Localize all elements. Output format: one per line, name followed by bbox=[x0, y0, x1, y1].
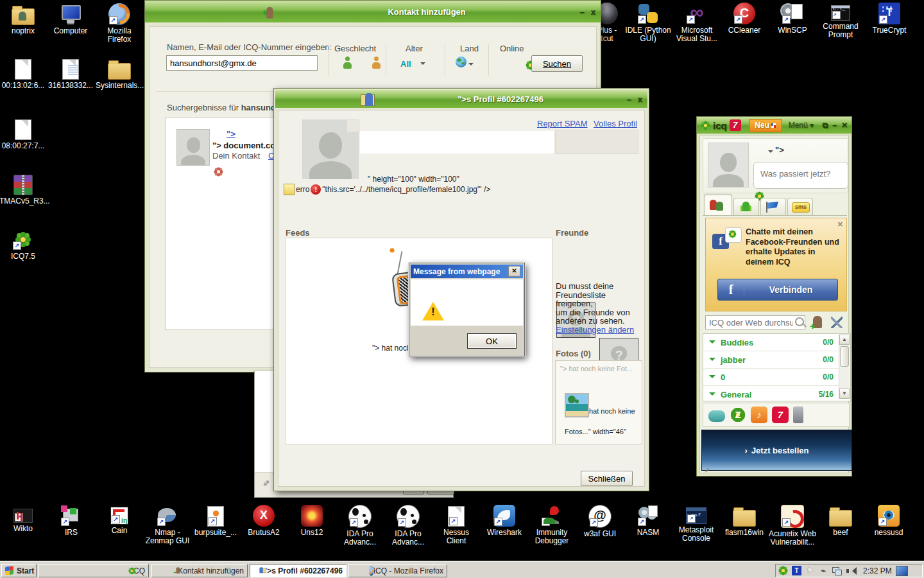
desktop-icon-computer[interactable]: Computer bbox=[47, 3, 94, 35]
tools-icon[interactable] bbox=[831, 317, 843, 328]
group-expand-icon[interactable] bbox=[709, 392, 715, 399]
desktop-icon-nessusd[interactable]: ↗nessusd bbox=[865, 505, 912, 537]
status-input[interactable] bbox=[759, 168, 846, 179]
scroll-thumb[interactable] bbox=[840, 346, 849, 367]
search-button[interactable]: Suchen bbox=[531, 55, 583, 72]
volume-icon[interactable] bbox=[846, 566, 855, 575]
profile-titlebar[interactable]: ">s Profil #602267496 –x bbox=[275, 90, 647, 108]
desktop-icon-ccleaner[interactable]: C↗CCleaner bbox=[721, 3, 768, 35]
desktop-icon-icq7-5[interactable]: ↗ICQ7.5 bbox=[0, 229, 47, 261]
task-button-s-profil-602267496[interactable]: ">s Profil #602267496 bbox=[250, 564, 346, 577]
female-icon[interactable] bbox=[372, 57, 381, 69]
desktop-icon-nasm[interactable]: ↗NASM bbox=[624, 505, 672, 537]
prosieben-icon[interactable]: 7 bbox=[772, 407, 789, 423]
scroll-down-icon[interactable]: ▼ bbox=[839, 389, 850, 399]
desktop-icon-irs[interactable]: ↗IRS bbox=[47, 505, 95, 537]
desktop-icon-nessus-client[interactable]: ↗Nessus Client bbox=[432, 505, 480, 545]
desktop-icon-00-13-02-6[interactable]: 00:13:02:6... bbox=[0, 58, 47, 90]
icq-titlebar[interactable]: icq 7 Neu Menü ▾ ⧉ – ✕ bbox=[697, 117, 851, 134]
contact-search-input[interactable] bbox=[166, 55, 318, 71]
desktop-icon-idle-python-gui[interactable]: ↗IDLE (Python GUI) bbox=[624, 3, 672, 43]
desktop-icon-w3af-gui[interactable]: @↗w3af GUI bbox=[576, 505, 624, 538]
restore-button[interactable]: ⧉ bbox=[823, 121, 828, 130]
desktop-icon-mozilla-firefox[interactable]: ↗Mozilla Firefox bbox=[96, 3, 143, 44]
buddy-scrollbar[interactable]: ▲ ▼ bbox=[839, 335, 850, 399]
age-select[interactable]: All bbox=[400, 59, 425, 69]
dialog-close-icon[interactable]: ✕ bbox=[508, 266, 520, 277]
flag-icon[interactable]: ⚑ bbox=[805, 566, 815, 575]
zlango-icon[interactable]: Z bbox=[730, 407, 746, 423]
desktop-icon-winscp[interactable]: ↗WinSCP bbox=[769, 3, 816, 35]
order-banner[interactable]: › Jetzt bestellen bbox=[701, 430, 852, 471]
full-profile-link[interactable]: Volles Profil bbox=[594, 119, 637, 128]
task-button-kontakt-hinzuf-gen[interactable]: Kontakt hinzufügen bbox=[151, 564, 248, 577]
photo-thumbnail[interactable] bbox=[565, 393, 589, 417]
desktop-icon-cain[interactable]: ↗Cain bbox=[96, 505, 143, 535]
desktop-icon-tmacv5-r3[interactable]: TMACv5_R3... bbox=[0, 173, 47, 206]
group-expand-icon[interactable] bbox=[709, 375, 715, 381]
close-button[interactable]: x bbox=[591, 8, 595, 16]
music-icon[interactable]: ♪ bbox=[751, 407, 767, 423]
desktop-icon-nmap-zenmap-gui[interactable]: ↗Nmap - Zenmap GUI bbox=[144, 505, 191, 545]
facebook-connect-button[interactable]: f Verbinden bbox=[717, 279, 838, 301]
desktop-icon-truecrypt[interactable]: T↗TrueCrypt bbox=[866, 3, 913, 35]
desktop-icon-microsoft-visual-stu[interactable]: ∞↗Microsoft Visual Stu... bbox=[673, 3, 721, 43]
buddy-group-jabber[interactable]: jabber0/0 bbox=[703, 351, 850, 369]
desktop-icon-uns12[interactable]: Uns12 bbox=[288, 505, 336, 537]
desktop-icon-wikto[interactable]: ↗Wikto bbox=[0, 505, 47, 533]
show-desktop-icon[interactable] bbox=[896, 566, 908, 576]
close-profile-button[interactable]: Schließen bbox=[581, 471, 633, 486]
task-button-icq-mozilla-firefox[interactable]: ICQ - Mozilla Firefox bbox=[348, 564, 447, 577]
task-button-icq[interactable]: ICQ bbox=[38, 564, 149, 577]
tab-flag[interactable] bbox=[760, 198, 786, 215]
games-icon[interactable] bbox=[708, 410, 725, 422]
desktop-icon-immunity-debugger[interactable]: ↗Immunity Debugger bbox=[528, 505, 576, 545]
country-select[interactable] bbox=[456, 57, 474, 69]
mobile-icon[interactable] bbox=[793, 407, 803, 423]
desktop-icon-beef[interactable]: beef bbox=[817, 505, 864, 537]
power-plug-icon[interactable]: ⌁ bbox=[819, 566, 828, 575]
ok-button[interactable]: OK bbox=[467, 333, 517, 349]
neu-button[interactable]: Neu bbox=[749, 119, 782, 132]
desktop-icon-08-00-27-7[interactable]: 08:00:27:7... bbox=[0, 118, 47, 150]
result-profile-link[interactable]: "> bbox=[227, 129, 235, 139]
buddy-group-buddies[interactable]: Buddies0/0 bbox=[703, 334, 850, 351]
tab-sms[interactable]: sms bbox=[787, 198, 813, 215]
self-avatar[interactable] bbox=[708, 143, 749, 188]
desktop-icon-sysinternals[interactable]: Sysinternals... bbox=[96, 58, 143, 90]
start-button[interactable]: Start bbox=[1, 564, 37, 577]
desktop-icon-burpsuite[interactable]: ↗burpsuite_... bbox=[192, 505, 239, 537]
friends-settings-link[interactable]: Einstellungen ändern bbox=[556, 325, 634, 335]
minimize-button[interactable]: – bbox=[580, 8, 585, 16]
web-search-input[interactable] bbox=[705, 315, 805, 329]
minimize-button[interactable]: – bbox=[832, 121, 837, 130]
desktop-icon-acunetix-web-vulnerabilit[interactable]: ↗Acunetix Web Vulnerabilit... bbox=[769, 505, 816, 547]
buddy-group-general[interactable]: General5/16 bbox=[703, 386, 850, 401]
minimize-button[interactable]: – bbox=[627, 95, 631, 103]
kontakt-titlebar[interactable]: Kontakt hinzufügen –x bbox=[145, 1, 601, 22]
group-expand-icon[interactable] bbox=[709, 358, 715, 364]
buddy-group-0[interactable]: 00/0 bbox=[703, 369, 850, 386]
report-spam-link[interactable]: Report SPAM bbox=[537, 119, 588, 128]
group-expand-icon[interactable] bbox=[709, 340, 715, 347]
menu-button[interactable]: Menü ▾ bbox=[789, 121, 814, 130]
desktop-icon-wireshark[interactable]: ↗Wireshark bbox=[481, 505, 528, 537]
network-icon[interactable] bbox=[832, 566, 842, 575]
close-button[interactable]: x bbox=[638, 95, 642, 103]
dialog-titlebar[interactable]: Message from webpage ✕ bbox=[411, 265, 523, 278]
desktop-icon-command-prompt[interactable]: C:\_↗Command Prompt bbox=[817, 3, 864, 39]
icq-flower-icon[interactable] bbox=[778, 566, 788, 575]
male-icon[interactable] bbox=[343, 57, 352, 69]
desktop-icon-flasm16win[interactable]: flasm16win bbox=[721, 505, 768, 537]
desktop-icon-316138332[interactable]: 316138332... bbox=[47, 58, 94, 90]
desktop-icon-metasploit-console[interactable]: msf↗Metasploit Console bbox=[672, 505, 720, 543]
close-button[interactable]: ✕ bbox=[841, 121, 848, 130]
profile-name-field[interactable] bbox=[360, 131, 554, 153]
desktop-icon-brutusa2[interactable]: XBrutusA2 bbox=[240, 505, 287, 537]
scroll-up-icon[interactable]: ▲ bbox=[839, 335, 850, 345]
desktop-icon-ida-pro-advanc[interactable]: ↗IDA Pro Advanc... bbox=[336, 505, 384, 547]
truecrypt-icon[interactable]: T bbox=[792, 566, 801, 575]
desktop-icon-noptrix[interactable]: noptrix bbox=[0, 3, 47, 35]
tab-calls[interactable] bbox=[733, 198, 759, 215]
desktop-icon-ida-pro-advanc[interactable]: ↗IDA Pro Advanc... bbox=[384, 505, 432, 547]
